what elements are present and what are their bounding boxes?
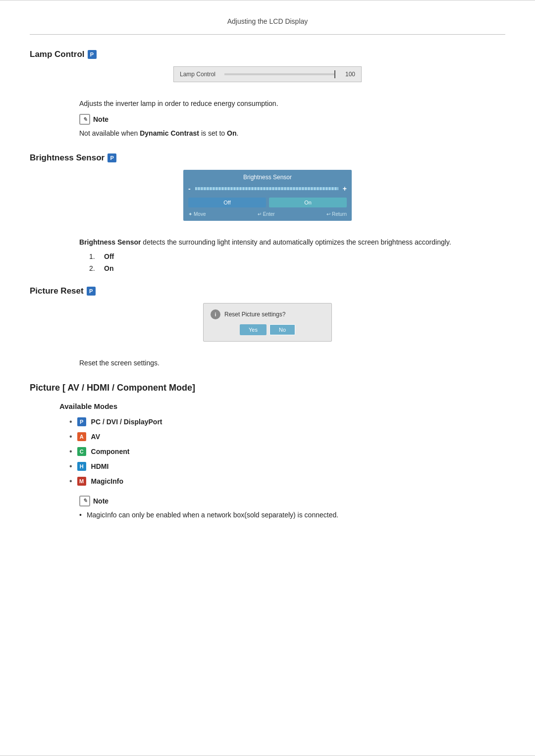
mode-item-av: • A AV <box>69 432 505 441</box>
picture-reset-badge: P <box>87 287 96 296</box>
mode-label-av: AV <box>91 433 100 441</box>
picture-reset-icon: i <box>211 309 220 319</box>
lamp-control-section: Lamp Control P Lamp Control 100 Adjusts … <box>30 50 505 139</box>
brightness-sensor-heading: Brightness Sensor P <box>30 153 505 163</box>
picture-reset-title: Picture Reset <box>30 286 84 296</box>
bullet-hdmi: • <box>69 462 72 470</box>
brightness-sensor-description: Brightness Sensor detects the surroundin… <box>79 237 505 248</box>
lamp-control-note-box: ✎ Note <box>79 114 505 125</box>
lamp-control-widget-label: Lamp Control <box>180 71 219 78</box>
picture-reset-heading: Picture Reset P <box>30 286 505 296</box>
mode-badge-p: P <box>77 417 86 426</box>
brightness-buttons: Off On <box>188 198 347 207</box>
lamp-control-title: Lamp Control <box>30 50 85 59</box>
lamp-control-badge: P <box>88 50 97 59</box>
picture-reset-widget: i Reset Picture settings? Yes No <box>203 303 332 342</box>
lamp-control-note-body: Not available when Dynamic Contrast is s… <box>79 128 505 139</box>
brightness-nav-move: ✦ Move <box>188 211 206 217</box>
brightness-sensor-section: Brightness Sensor P Brightness Sensor - … <box>30 153 505 272</box>
picture-reset-widget-container: i Reset Picture settings? Yes No <box>30 303 505 350</box>
lamp-control-heading: Lamp Control P <box>30 50 505 59</box>
brightness-slider-row: - + <box>188 185 347 193</box>
picture-reset-section: Picture Reset P i Reset Picture settings… <box>30 286 505 368</box>
list-num-1: 1. <box>89 252 99 260</box>
move-icon: ✦ <box>188 211 192 217</box>
brightness-btn-off[interactable]: Off <box>188 198 266 207</box>
mode-label-pc: PC / DVI / DisplayPort <box>91 418 162 426</box>
mode-label-magicinfo: MagicInfo <box>91 477 123 485</box>
mode-item-magicinfo: • M MagicInfo <box>69 477 505 486</box>
list-text-off: Off <box>104 252 114 260</box>
page-container: Adjusting the LCD Display Lamp Control P… <box>0 0 535 756</box>
picture-av-hdmi-heading: Picture [ AV / HDMI / Component Mode] <box>30 383 505 393</box>
lamp-slider-track <box>224 73 335 75</box>
brightness-track-fill <box>195 187 338 190</box>
page-title: Adjusting the LCD Display <box>227 17 308 25</box>
picture-reset-buttons: Yes No <box>211 324 324 335</box>
mode-badge-c: C <box>77 447 86 456</box>
mode-badge-a: A <box>77 432 86 441</box>
mode-badge-h: H <box>77 462 86 471</box>
list-item: 2. On <box>89 264 505 272</box>
modes-list: • P PC / DVI / DisplayPort • A AV • C Co… <box>69 417 505 486</box>
lamp-control-widget: Lamp Control 100 <box>173 66 362 82</box>
picture-reset-description: Reset the screen settings. <box>79 357 505 368</box>
enter-icon: ↵ <box>258 211 262 217</box>
brightness-minus: - <box>188 185 191 193</box>
bullet-component: • <box>69 448 72 455</box>
picture-reset-no-button[interactable]: No <box>269 324 295 335</box>
picture-reset-row: i Reset Picture settings? <box>211 309 324 319</box>
brightness-track <box>195 187 339 191</box>
list-item: 1. Off <box>89 252 505 260</box>
brightness-widget-container: Brightness Sensor - + Off On ✦ Move <box>30 170 505 229</box>
picture-av-note-icon: ✎ <box>79 496 90 506</box>
lamp-control-note-label: Note <box>93 115 108 123</box>
brightness-sensor-title: Brightness Sensor <box>30 153 105 163</box>
list-num-2: 2. <box>89 264 99 272</box>
bullet-av: • <box>69 433 72 441</box>
mode-label-hdmi: HDMI <box>91 462 109 470</box>
list-text-on: On <box>104 264 113 272</box>
brightness-nav-return: ↩ Return <box>326 211 347 217</box>
brightness-sensor-list: 1. Off 2. On <box>89 252 505 272</box>
bullet-note: • <box>79 509 82 520</box>
brightness-sensor-badge: P <box>107 153 116 162</box>
brightness-widget: Brightness Sensor - + Off On ✦ Move <box>183 170 352 221</box>
mode-item-component: • C Component <box>69 447 505 456</box>
mode-item-hdmi: • H HDMI <box>69 462 505 471</box>
brightness-nav-enter: ↵ Enter <box>258 211 275 217</box>
list-item: • MagicInfo can only be enabled when a n… <box>79 509 505 520</box>
lamp-control-value: 100 <box>340 71 355 78</box>
bullet-magicinfo: • <box>69 477 72 485</box>
picture-av-hdmi-section: Picture [ AV / HDMI / Component Mode] Av… <box>30 383 505 520</box>
brightness-nav: ✦ Move ↵ Enter ↩ Return <box>188 211 347 217</box>
lamp-control-widget-container: Lamp Control 100 <box>30 66 505 90</box>
picture-reset-yes-button[interactable]: Yes <box>240 324 267 335</box>
picture-av-note-label: Note <box>93 497 108 505</box>
lamp-control-note-icon: ✎ <box>79 114 90 125</box>
picture-av-note-bullets: • MagicInfo can only be enabled when a n… <box>79 509 505 520</box>
lamp-control-description: Adjusts the inverter lamp in order to re… <box>79 98 505 109</box>
return-icon: ↩ <box>326 211 330 217</box>
brightness-btn-on[interactable]: On <box>269 198 347 207</box>
mode-badge-m: M <box>77 477 86 486</box>
picture-av-note-box: ✎ Note <box>79 496 505 506</box>
picture-reset-prompt: Reset Picture settings? <box>224 311 285 318</box>
brightness-widget-title: Brightness Sensor <box>188 174 347 181</box>
mode-label-component: Component <box>91 448 130 455</box>
available-modes-subheading: Available Modes <box>59 402 505 410</box>
page-header: Adjusting the LCD Display <box>30 10 505 35</box>
brightness-plus: + <box>343 185 347 193</box>
note-bullet-text: MagicInfo can only be enabled when a net… <box>87 509 338 520</box>
mode-item-pc: • P PC / DVI / DisplayPort <box>69 417 505 426</box>
lamp-slider-thumb <box>334 70 335 78</box>
bullet-pc: • <box>69 418 72 426</box>
